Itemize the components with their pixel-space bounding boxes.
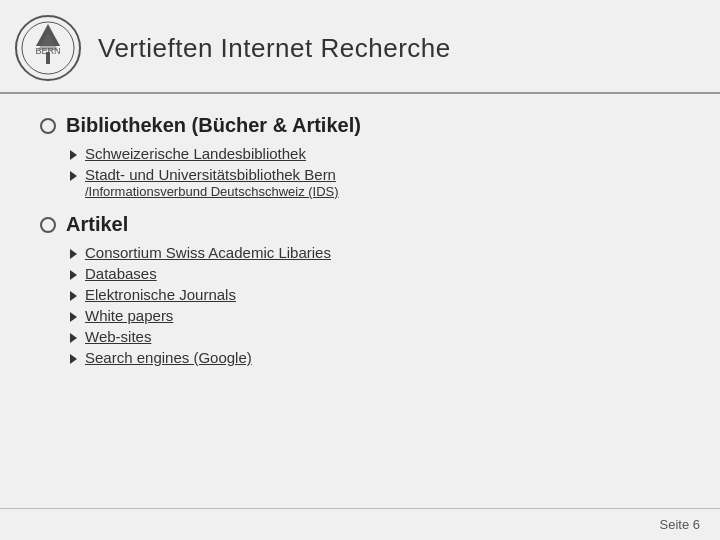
- link-landesbibliothek[interactable]: Schweizerische Landesbibliothek: [85, 145, 306, 162]
- list-item: White papers: [70, 307, 690, 324]
- link-stadtuni[interactable]: Stadt- und Universitätsbibliothek Bern: [85, 166, 339, 183]
- diamond-icon: [70, 171, 77, 181]
- slide-content: Bibliotheken (Bücher & Artikel) Schweize…: [0, 94, 720, 508]
- slide-header: BERN Vertieften Internet Recherche: [0, 0, 720, 94]
- diamond-icon: [70, 291, 77, 301]
- list-item: Stadt- und Universitätsbibliothek Bern /…: [70, 166, 690, 199]
- link-search[interactable]: Search engines (Google): [85, 349, 252, 366]
- diamond-icon: [70, 150, 77, 160]
- university-logo: BERN: [14, 14, 82, 82]
- section-bullet-bibliotheken: [40, 118, 56, 134]
- diamond-icon: [70, 333, 77, 343]
- section-artikel-header: Artikel: [40, 213, 690, 236]
- link-whitepapers[interactable]: White papers: [85, 307, 173, 324]
- section-bullet-artikel: [40, 217, 56, 233]
- diamond-icon: [70, 354, 77, 364]
- link-consortium[interactable]: Consortium Swiss Academic Libaries: [85, 244, 331, 261]
- section-title-artikel: Artikel: [66, 213, 128, 236]
- list-item: Web-sites: [70, 328, 690, 345]
- list-item: Elektronische Journals: [70, 286, 690, 303]
- artikel-list: Consortium Swiss Academic Libaries Datab…: [40, 244, 690, 366]
- list-item: Consortium Swiss Academic Libaries: [70, 244, 690, 261]
- link-websites[interactable]: Web-sites: [85, 328, 151, 345]
- section-title-bibliotheken: Bibliotheken (Bücher & Artikel): [66, 114, 361, 137]
- link-databases[interactable]: Databases: [85, 265, 157, 282]
- link-ejournal[interactable]: Elektronische Journals: [85, 286, 236, 303]
- diamond-icon: [70, 312, 77, 322]
- slide-footer: Seite 6: [0, 508, 720, 540]
- diamond-icon: [70, 270, 77, 280]
- slide: BERN Vertieften Internet Recherche Bibli…: [0, 0, 720, 540]
- item-text-stadtuni: Stadt- und Universitätsbibliothek Bern /…: [85, 166, 339, 199]
- bibliotheken-list: Schweizerische Landesbibliothek Stadt- u…: [40, 145, 690, 199]
- page-number: Seite 6: [660, 517, 700, 532]
- section-bibliotheken-header: Bibliotheken (Bücher & Artikel): [40, 114, 690, 137]
- list-item: Schweizerische Landesbibliothek: [70, 145, 690, 162]
- link-ids[interactable]: /Informationsverbund Deutschschweiz (IDS…: [85, 184, 339, 199]
- diamond-icon: [70, 249, 77, 259]
- list-item: Databases: [70, 265, 690, 282]
- list-item: Search engines (Google): [70, 349, 690, 366]
- section-artikel: Artikel Consortium Swiss Academic Libari…: [40, 213, 690, 366]
- page-title: Vertieften Internet Recherche: [98, 33, 451, 64]
- section-bibliotheken: Bibliotheken (Bücher & Artikel) Schweize…: [40, 114, 690, 199]
- item-text-landesbibliothek: Schweizerische Landesbibliothek: [85, 145, 306, 162]
- svg-text:BERN: BERN: [35, 46, 60, 56]
